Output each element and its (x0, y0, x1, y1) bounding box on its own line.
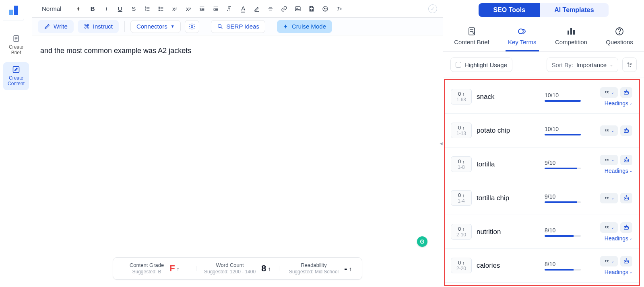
svg-point-62 (625, 160, 626, 160)
quote-icon (604, 128, 609, 133)
text-color-button[interactable]: A (238, 3, 248, 15)
term-score: 10/10 (545, 126, 589, 135)
unordered-list-button[interactable] (156, 3, 166, 15)
outdent-button[interactable] (197, 3, 207, 15)
seo-tools-tab[interactable]: SEO Tools (479, 3, 540, 17)
keyterms-icon (517, 27, 527, 36)
term-details-button[interactable] (620, 155, 632, 165)
headings-link[interactable]: Headings⌄ (605, 168, 632, 174)
term-name: nutrition (477, 228, 540, 236)
insert-term-button[interactable]: ⌄ (600, 155, 618, 165)
tab-key-terms[interactable]: Key Terms (506, 24, 539, 51)
cruise-mode-button[interactable]: Cruise Mode (277, 20, 332, 33)
headings-link[interactable]: Headings⌄ (605, 100, 632, 107)
svg-point-80 (626, 258, 626, 259)
tab-label: Competition (555, 39, 587, 45)
ordered-list-button[interactable]: 123 (142, 3, 153, 15)
main-column: Normal ▲▼ B I U S 123 x2 x2 A (32, 0, 443, 287)
bold-button[interactable]: B (87, 3, 98, 15)
term-details-button[interactable] (620, 125, 632, 136)
term-name: calories (477, 262, 540, 270)
chevron-down-icon: ⌄ (610, 63, 613, 67)
subscript-button[interactable]: x2 (169, 3, 180, 15)
image-icon (295, 6, 301, 12)
serp-ideas-button[interactable]: SERP Ideas (211, 20, 265, 33)
highlight-color-button[interactable] (252, 3, 262, 15)
command-icon: ⌘ (84, 23, 90, 30)
competition-icon (566, 27, 576, 36)
nav-create-content[interactable]: Create Content (3, 62, 29, 90)
term-row: 0 ↑1-8tortilla9/10⌄Headings⌄ (445, 148, 639, 181)
grammarly-badge[interactable]: G (417, 236, 427, 247)
divider-button[interactable] (265, 3, 276, 15)
tab-content-brief[interactable]: Content Brief (452, 24, 492, 51)
insert-term-button[interactable]: ⌄ (600, 222, 618, 233)
superscript-button[interactable]: x2 (183, 3, 194, 15)
clear-formatting-button[interactable]: Tx (334, 3, 344, 15)
score-bar (545, 201, 581, 203)
strikethrough-button[interactable]: S (128, 3, 139, 15)
instruct-button[interactable]: ⌘ Instruct (78, 20, 119, 33)
nav-label: Create Content (8, 75, 25, 86)
term-count: 0 ↑ (451, 260, 471, 266)
quote-icon (604, 225, 609, 230)
highlight-usage-toggle[interactable]: Highlight Usage (450, 57, 512, 72)
term-range: 2-10 (451, 232, 471, 238)
term-count-box: 0 ↑2-20 (451, 258, 472, 273)
chevron-down-icon: ⌄ (611, 225, 614, 230)
headings-link[interactable]: Headings⌄ (605, 235, 632, 242)
svg-point-53 (627, 92, 627, 93)
chevron-down-icon: ⌄ (611, 259, 614, 263)
underline-button[interactable]: U (115, 3, 125, 15)
tab-competition[interactable]: Competition (553, 24, 590, 51)
emoji-button[interactable] (320, 3, 330, 15)
term-score: 9/10 (545, 160, 589, 169)
term-details-button[interactable] (620, 87, 632, 98)
sort-dropdown[interactable]: Sort By: Importance ⌄ (547, 57, 618, 72)
image-button[interactable] (293, 3, 303, 15)
settings-button[interactable] (185, 20, 199, 33)
sort-direction-button[interactable] (622, 57, 637, 72)
svg-point-37 (218, 24, 221, 27)
save-button[interactable] (306, 3, 317, 15)
tab-questions[interactable]: Questions (603, 24, 636, 51)
chevron-down-icon: ▼ (171, 24, 175, 29)
indent-button[interactable] (211, 3, 221, 15)
paragraph-style-select[interactable]: Normal ▲▼ (38, 3, 84, 15)
app-logo (3, 0, 24, 21)
headings-link[interactable]: Headings⌄ (605, 269, 632, 275)
bullet-list-icon (158, 6, 164, 12)
term-details-button[interactable] (620, 256, 632, 266)
term-controls: ⌄Headings⌄ (594, 256, 632, 275)
instruct-label: Instruct (93, 23, 113, 30)
quote-icon (604, 195, 609, 201)
svg-point-47 (619, 33, 620, 34)
nav-create-brief[interactable]: Create Brief (3, 31, 29, 59)
italic-button[interactable]: I (101, 3, 111, 15)
metric-sub: Suggested: B (130, 269, 164, 275)
text-direction-button[interactable] (224, 3, 235, 15)
svg-point-35 (326, 8, 326, 8)
tab-label: Questions (606, 39, 633, 45)
quote-icon (604, 90, 609, 95)
svg-rect-56 (624, 129, 629, 132)
metric-value: -↑ (344, 263, 352, 274)
insert-term-button[interactable]: ⌄ (600, 256, 618, 266)
write-button[interactable]: Write (38, 20, 74, 33)
style-label: Normal (42, 5, 61, 12)
connectors-dropdown[interactable]: Connectors ▼ (130, 20, 181, 33)
metric-readability: Readability Suggested: Mid School -↑ (279, 262, 362, 275)
term-details-button[interactable] (620, 193, 632, 203)
status-check-icon: ✓ (428, 4, 437, 13)
score-bar (545, 100, 581, 102)
ai-templates-tab[interactable]: AI Templates (540, 3, 608, 17)
insert-term-button[interactable]: ⌄ (600, 125, 618, 136)
term-score: 8/10 (545, 261, 589, 271)
link-button[interactable] (279, 3, 289, 15)
editor-area[interactable]: and the most common example was A2 jacke… (32, 35, 443, 287)
insert-term-button[interactable]: ⌄ (600, 87, 618, 98)
term-details-button[interactable] (620, 222, 632, 233)
arrow-up-icon: ↑ (177, 265, 180, 272)
insert-term-button[interactable]: ⌄ (600, 193, 618, 203)
term-row: 0 ↑1-63snack10/10⌄Headings⌄ (445, 80, 639, 114)
